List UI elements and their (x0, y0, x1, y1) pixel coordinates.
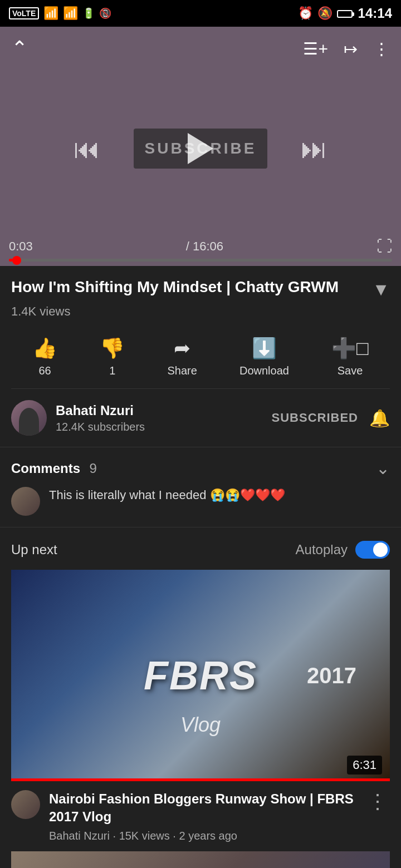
up-next-section: Up next Autoplay FBRS 2017 Vlog 6:31 Nai… (0, 527, 401, 868)
share-label: Share (167, 364, 197, 377)
comments-count: 9 (89, 461, 96, 476)
comments-title-area: Comments 9 (11, 461, 97, 476)
rec-duration-badge: 6:31 (347, 756, 382, 775)
save-button[interactable]: ➕□ Save (331, 337, 369, 377)
comment-item: This is literally what I needed 😭😭❤️❤️❤️ (11, 487, 390, 516)
player-bottom: 0:03 / 16:06 ⛶ (0, 237, 401, 266)
download-button[interactable]: ⬇️ Download (239, 337, 289, 377)
up-next-label: Up next (11, 542, 57, 558)
comments-header: Comments 9 ⌄ (11, 458, 390, 478)
autoplay-toggle[interactable] (355, 541, 390, 559)
channel-name[interactable]: Bahati Nzuri (56, 403, 272, 418)
rec-channel-name: Bahati Nzuri (49, 830, 110, 842)
channel-right-actions: SUBSCRIBED 🔔 (272, 408, 390, 428)
dislike-button[interactable]: 👎 1 (100, 337, 125, 377)
rec-thumbnail: FBRS 2017 Vlog 6:31 (11, 570, 390, 781)
view-count: 1.4K views (11, 304, 390, 319)
skip-previous-button[interactable]: ⏮ (74, 134, 100, 164)
video-player[interactable]: ⌃ ☰+ ↦ ⋮ ⏮ SUBSCRIBE ⏭ 0:03 / 16:06 ⛶ (0, 27, 401, 266)
notification-bell-icon[interactable]: 🔔 (369, 408, 390, 428)
total-time: / 16:06 (186, 239, 223, 254)
clock-time: 14:14 (358, 6, 392, 21)
second-rec-thumbnail[interactable] (11, 851, 390, 868)
rec-thumbnail-vlog-text: Vlog (180, 713, 221, 737)
rec-thumbnail-year: 2017 (307, 663, 356, 688)
expand-description-icon[interactable]: ▼ (372, 279, 390, 300)
add-to-queue-icon[interactable]: ☰+ (303, 39, 328, 58)
battery-alert-icon: 🔋 (82, 7, 95, 19)
play-button[interactable]: SUBSCRIBE (134, 129, 267, 169)
comment-avatar (11, 487, 40, 516)
fullscreen-button[interactable]: ⛶ (376, 237, 392, 255)
rec-channel-avatar (11, 790, 40, 819)
download-label: Download (239, 364, 289, 377)
progress-dot (12, 256, 21, 265)
rec-text: Nairobi Fashion Bloggers Runway Show | F… (49, 790, 356, 842)
autoplay-area: Autoplay (296, 541, 390, 559)
expand-comments-icon[interactable]: ⌄ (376, 458, 390, 478)
channel-row: Bahati Nzuri 12.4K subscribers SUBSCRIBE… (0, 389, 401, 447)
share-button[interactable]: ➦ Share (167, 337, 197, 377)
rec-views: 15K views (119, 830, 170, 842)
comments-section: Comments 9 ⌄ This is literally what I ne… (0, 447, 401, 527)
channel-subscribers: 12.4K subscribers (56, 421, 272, 433)
battery-icon (337, 6, 354, 21)
signal-icon: 📶 (43, 6, 58, 21)
minimize-icon[interactable]: ⌃ (11, 37, 28, 60)
rec-video-title: Nairobi Fashion Bloggers Runway Show | F… (49, 790, 356, 826)
rec-separator: · (113, 830, 119, 842)
mute-icon: 🔕 (317, 6, 332, 21)
rec-thumbnail-fbrs-text: FBRS (144, 653, 257, 698)
dislike-count: 1 (109, 364, 115, 377)
channel-info: Bahati Nzuri 12.4K subscribers (56, 403, 272, 433)
save-icon: ➕□ (331, 337, 369, 360)
rec-meta: Bahati Nzuri · 15K views · 2 years ago (49, 830, 356, 842)
more-options-icon[interactable]: ⋮ (373, 39, 390, 58)
skip-next-button[interactable]: ⏭ (301, 134, 327, 164)
wifi-icon: 📶 (63, 6, 78, 21)
share-icon-action: ➦ (174, 337, 190, 360)
comment-text: This is literally what I needed 😭😭❤️❤️❤️ (49, 487, 285, 504)
status-right-icons: ⏰ 🔕 14:14 (298, 6, 392, 21)
like-count: 66 (38, 364, 51, 377)
download-icon: ⬇️ (252, 337, 277, 360)
status-left-icons: VoLTE 📶 📶 🔋 📵 (9, 6, 111, 21)
toggle-knob (373, 542, 388, 557)
play-triangle-icon (188, 133, 213, 164)
video-info-section: How I'm Shifting My Mindset | Chatty GRW… (0, 266, 401, 389)
status-bar: VoLTE 📶 📶 🔋 📵 ⏰ 🔕 14:14 (0, 0, 401, 27)
extra-icon: 📵 (99, 7, 111, 19)
rec-info-row: Nairobi Fashion Bloggers Runway Show | F… (11, 781, 390, 851)
progress-bar[interactable] (9, 259, 392, 262)
rec-progress-bar (11, 778, 390, 781)
rec-dot-separator: · (173, 830, 179, 842)
recommended-video[interactable]: FBRS 2017 Vlog 6:31 Nairobi Fashion Blog… (11, 570, 390, 851)
subscribed-button[interactable]: SUBSCRIBED (272, 411, 358, 425)
comments-title: Comments (11, 461, 80, 476)
actions-row: 👍 66 👎 1 ➦ Share ⬇️ Download ➕□ Save (11, 330, 390, 389)
player-controls: ⏮ SUBSCRIBE ⏭ (0, 60, 401, 237)
progress-fill (9, 259, 17, 262)
up-next-header: Up next Autoplay (11, 541, 390, 559)
save-label: Save (338, 364, 363, 377)
rec-time-ago: 2 years ago (179, 830, 237, 842)
thumbs-down-icon: 👎 (100, 337, 125, 360)
current-time: 0:03 (9, 239, 33, 254)
autoplay-label: Autoplay (296, 542, 348, 558)
volte-icon: VoLTE (9, 7, 39, 19)
video-title: How I'm Shifting My Mindset | Chatty GRW… (11, 277, 365, 297)
thumbs-up-icon: 👍 (32, 337, 57, 360)
rec-more-options-icon[interactable]: ⋮ (365, 790, 390, 813)
player-top-bar: ⌃ ☰+ ↦ ⋮ (0, 27, 401, 60)
channel-avatar[interactable] (11, 400, 47, 436)
alarm-icon: ⏰ (298, 6, 313, 21)
share-icon[interactable]: ↦ (344, 39, 358, 58)
like-button[interactable]: 👍 66 (32, 337, 57, 377)
